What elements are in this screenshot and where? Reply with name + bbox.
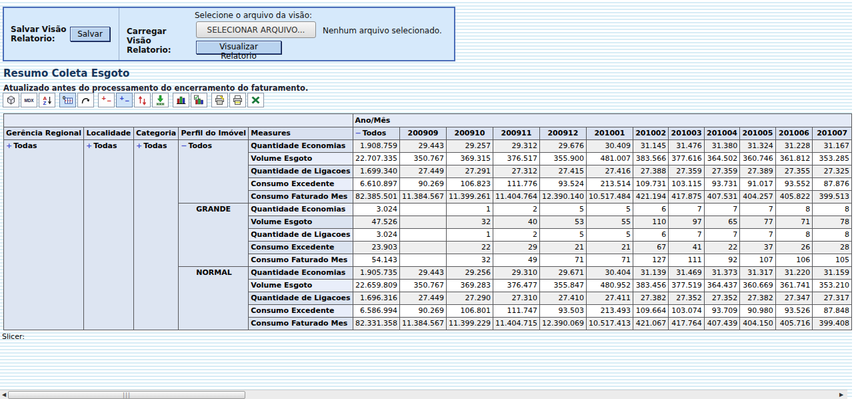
- data-cell: 355.847: [539, 280, 586, 292]
- data-cell: 65: [704, 216, 739, 229]
- data-cell: 8: [813, 204, 852, 216]
- data-cell: 1: [446, 229, 493, 242]
- data-cell: 54.143: [353, 254, 399, 267]
- data-cell: 107: [740, 254, 775, 267]
- data-cell: 23.903: [353, 242, 399, 254]
- data-cell: 93.709: [704, 305, 739, 318]
- data-cell: 31.324: [740, 140, 775, 153]
- data-cell: 29.312: [493, 140, 539, 153]
- chart-config-icon: [193, 95, 205, 105]
- expand-icon[interactable]: +: [6, 141, 12, 150]
- data-cell: 109.731: [633, 178, 668, 191]
- save-view-panel: Salvar Visão Relatorio: Salvar Carregar …: [3, 7, 455, 61]
- toolbar-button-drill-through[interactable]: [152, 93, 169, 107]
- view-report-button[interactable]: Visualizar Relatorio: [196, 41, 281, 54]
- save-button[interactable]: Salvar: [70, 27, 110, 41]
- data-cell: 12.390.140: [539, 191, 586, 204]
- scrollbar-thumb[interactable]: |||: [8, 391, 245, 399]
- toolbar-button-mdx-editor[interactable]: MDX: [21, 93, 37, 107]
- select-file-button[interactable]: SELECIONAR ARQUIVO...: [196, 21, 316, 38]
- measure-label: Quantidade de Ligacoes: [249, 292, 353, 305]
- collapse-icon[interactable]: −: [181, 141, 187, 150]
- data-cell: 26: [775, 242, 813, 254]
- data-cell: 5: [539, 204, 586, 216]
- data-cell: 353.285: [813, 153, 852, 165]
- toolbar-button-print-config[interactable]: [211, 93, 228, 107]
- column-header: 201005: [740, 127, 775, 140]
- data-cell: [400, 254, 447, 267]
- column-header: 201006: [775, 127, 813, 140]
- svg-text:−: −: [125, 97, 129, 105]
- data-cell: 399.408: [813, 318, 852, 330]
- data-cell: 40: [493, 216, 539, 229]
- data-cell: 30.409: [586, 140, 633, 153]
- mdx-editor-icon: MDX: [23, 95, 35, 105]
- data-cell: 7: [669, 204, 704, 216]
- data-cell: 31.220: [775, 267, 813, 280]
- column-header: 201007: [813, 127, 852, 140]
- save-view-label: Salvar Visão Relatorio:: [11, 25, 69, 43]
- data-cell: 106.801: [446, 305, 493, 318]
- scroll-right-arrow-icon[interactable]: ▶: [837, 391, 845, 399]
- svg-text:−: −: [107, 97, 111, 105]
- row-dimension-header: Perfil do Imóvel: [179, 127, 249, 140]
- toolbar-button-olap-navigator[interactable]: [3, 93, 19, 107]
- measure-label: Consumo Excedente: [249, 305, 353, 318]
- data-cell: 71: [586, 254, 633, 267]
- column-header: −Todos: [353, 127, 399, 140]
- data-cell: 37: [740, 242, 775, 254]
- data-cell: 6: [633, 229, 668, 242]
- data-cell: 31.469: [669, 267, 704, 280]
- data-cell: 31.139: [633, 267, 668, 280]
- data-cell: 376.477: [493, 280, 539, 292]
- data-cell: 87.876: [813, 178, 852, 191]
- data-cell: 3.024: [353, 204, 399, 216]
- toolbar-group: 0: [59, 93, 94, 107]
- column-dimension-header: Ano/Mês: [353, 114, 851, 127]
- scrollbar-grip-icon: |||: [9, 392, 245, 398]
- data-cell: 97: [669, 216, 704, 229]
- data-cell: 32: [446, 254, 493, 267]
- data-cell: 10.517.484: [586, 191, 633, 204]
- toolbar-button-chart-config[interactable]: [191, 93, 207, 107]
- toolbar-button-swap-axes[interactable]: [77, 93, 94, 107]
- row-dimension-header: Measures: [249, 127, 353, 140]
- pivot-table: Ano/MêsGerência RegionalLocalidadeCatego…: [3, 113, 852, 330]
- expand-icon[interactable]: +: [86, 141, 92, 150]
- measure-label: Consumo Faturado Mes: [249, 254, 353, 267]
- data-cell: 29.443: [400, 267, 447, 280]
- data-cell: 417.764: [669, 318, 704, 330]
- drill-through-icon: [155, 95, 166, 105]
- data-cell: 27.449: [400, 292, 447, 305]
- horizontal-scrollbar[interactable]: ◀ ||| ▶: [0, 390, 847, 399]
- toolbar-button-drill-replace[interactable]: [134, 93, 151, 107]
- data-cell: 11.399.261: [446, 191, 493, 204]
- collapse-icon[interactable]: −: [355, 129, 361, 137]
- toolbar-button-drill-position[interactable]: +−: [116, 93, 133, 107]
- scroll-left-arrow-icon[interactable]: ◀: [0, 391, 8, 399]
- expand-icon[interactable]: +: [136, 141, 142, 150]
- toolbar-button-export-excel[interactable]: [247, 93, 264, 107]
- toolbar-button-print-pdf[interactable]: [229, 93, 246, 107]
- toolbar-button-drill-member[interactable]: +−: [98, 93, 115, 107]
- data-cell: 1: [446, 204, 493, 216]
- data-cell: 22: [704, 242, 739, 254]
- column-header: 201004: [704, 127, 739, 140]
- toolbar-button-show-empty-cells[interactable]: 0: [59, 93, 76, 107]
- data-cell: 41: [669, 242, 704, 254]
- toolbar-button-sort[interactable]: AZ: [39, 93, 55, 107]
- data-cell: 71: [539, 254, 586, 267]
- data-cell: 47.526: [353, 216, 399, 229]
- data-cell: 481.007: [586, 153, 633, 165]
- toolbar-button-show-chart[interactable]: [173, 93, 189, 107]
- data-cell: 27.291: [446, 165, 493, 178]
- column-header: 201003: [669, 127, 704, 140]
- data-cell: 417.875: [669, 191, 704, 204]
- data-cell: 399.513: [813, 191, 852, 204]
- data-cell: 82.385.501: [353, 191, 399, 204]
- report-page: Salvar Visão Relatorio: Salvar Carregar …: [0, 0, 868, 399]
- data-cell: 5: [586, 229, 633, 242]
- data-cell: 12.390.069: [539, 318, 586, 330]
- page-title: Resumo Coleta Esgoto: [3, 67, 129, 79]
- data-cell: [400, 216, 447, 229]
